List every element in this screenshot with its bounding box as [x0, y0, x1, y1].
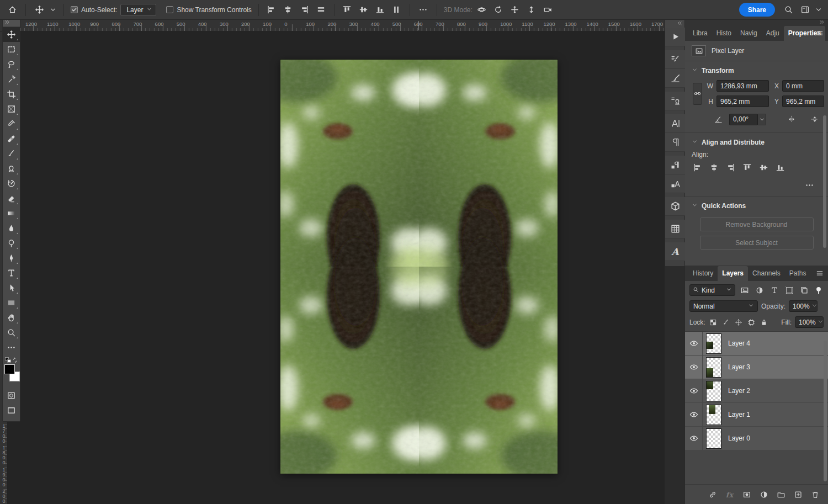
- opacity-dropdown[interactable]: 100%: [789, 300, 818, 312]
- blur-tool[interactable]: [3, 221, 20, 236]
- layer-filtering-toggle[interactable]: [813, 285, 824, 295]
- character-panel-button[interactable]: [665, 114, 685, 133]
- 3d-roll-icon[interactable]: [492, 3, 505, 17]
- actions-panel-button[interactable]: [665, 28, 685, 46]
- workspace-chevron-icon[interactable]: [815, 3, 822, 17]
- eraser-tool[interactable]: [3, 191, 20, 206]
- edit-toolbar[interactable]: [3, 340, 20, 355]
- align-middle-icon[interactable]: [758, 162, 769, 173]
- threed-panel-button[interactable]: [665, 197, 685, 216]
- blend-mode-dropdown[interactable]: Normal: [689, 300, 758, 312]
- brushes-panel-button[interactable]: [665, 69, 685, 88]
- hand-tool[interactable]: [3, 310, 20, 325]
- align-bottom-icon[interactable]: [774, 162, 785, 173]
- distribute-h-icon[interactable]: [315, 3, 327, 17]
- lock-artboard-icon[interactable]: [747, 317, 756, 327]
- adjustment-layer-icon[interactable]: [758, 490, 769, 500]
- layer-row[interactable]: Layer 2: [685, 379, 828, 403]
- layer-name[interactable]: Layer 2: [728, 387, 750, 395]
- angle-dropdown-chevron-icon[interactable]: [758, 114, 766, 125]
- rectangle-tool[interactable]: [3, 295, 20, 310]
- fx-icon[interactable]: fx: [724, 490, 735, 500]
- lock-position-icon[interactable]: [734, 317, 744, 327]
- align-left-icon[interactable]: [266, 3, 278, 17]
- pen-tool[interactable]: [3, 251, 20, 266]
- layers-scrollbar[interactable]: [824, 341, 827, 481]
- panel-menu-icon[interactable]: [816, 269, 824, 279]
- share-button[interactable]: Share: [739, 3, 775, 17]
- layer-thumbnail[interactable]: [706, 357, 721, 378]
- tool-preset-chevron-icon[interactable]: [49, 3, 57, 17]
- eyedropper-tool[interactable]: [3, 116, 20, 131]
- type-tool[interactable]: [3, 266, 20, 280]
- pattern-preview-panel-button[interactable]: [665, 220, 685, 238]
- document-canvas[interactable]: [280, 60, 558, 474]
- layer-visibility-eye-icon[interactable]: [685, 403, 703, 426]
- dock-collapse-control[interactable]: [665, 20, 684, 28]
- new-group-icon[interactable]: [776, 490, 786, 500]
- layer-thumbnail[interactable]: [706, 333, 721, 354]
- tab-navig[interactable]: Navig: [736, 26, 762, 41]
- layer-visibility-eye-icon[interactable]: [685, 332, 703, 355]
- paragraph-panel-button[interactable]: [665, 133, 685, 152]
- tab-libra[interactable]: Libra: [688, 26, 712, 41]
- search-icon[interactable]: [782, 3, 795, 17]
- healing-brush-tool[interactable]: [3, 131, 20, 146]
- lock-all-icon[interactable]: [760, 317, 769, 327]
- home-icon[interactable]: [6, 3, 19, 17]
- filter-shape-icon[interactable]: [784, 285, 794, 295]
- distribute-v-icon[interactable]: [391, 3, 403, 17]
- add-mask-icon[interactable]: [741, 490, 752, 500]
- layer-thumbnail[interactable]: [706, 428, 721, 449]
- align-center-h-icon[interactable]: [708, 162, 719, 173]
- align-right-icon[interactable]: [725, 162, 736, 173]
- clone-source-panel-button[interactable]: [665, 92, 685, 110]
- layer-name[interactable]: Layer 0: [728, 434, 750, 442]
- dodge-tool[interactable]: [3, 236, 20, 251]
- quick-actions-header[interactable]: Quick Actions: [685, 197, 828, 213]
- delete-layer-icon[interactable]: [810, 490, 820, 500]
- flip-horizontal-button[interactable]: [785, 113, 798, 126]
- layer-name[interactable]: Layer 3: [728, 363, 750, 371]
- layer-visibility-eye-icon[interactable]: [685, 379, 703, 402]
- auto-select-target-dropdown[interactable]: Layer: [120, 4, 156, 16]
- 3d-slide-icon[interactable]: [526, 3, 538, 17]
- properties-scrollbar[interactable]: [823, 115, 826, 248]
- align-center-h-icon[interactable]: [282, 3, 294, 17]
- align-top-icon[interactable]: [341, 3, 353, 17]
- more-align-icon[interactable]: [803, 178, 816, 192]
- panels-collapse-strip[interactable]: [685, 20, 828, 25]
- y-field[interactable]: 965,2 mm: [782, 96, 824, 107]
- lock-transparency-icon[interactable]: [709, 317, 718, 327]
- show-transform-checkbox[interactable]: [166, 6, 173, 13]
- layer-name[interactable]: Layer 4: [728, 339, 750, 347]
- brush-tool[interactable]: [3, 146, 20, 161]
- canvas-area[interactable]: [8, 31, 665, 504]
- gradient-tool[interactable]: [3, 206, 20, 221]
- align-right-icon[interactable]: [299, 3, 311, 17]
- frame-tool[interactable]: [3, 102, 20, 116]
- tab-adju[interactable]: Adju: [762, 26, 784, 41]
- link-layers-icon[interactable]: [707, 490, 718, 500]
- new-layer-icon[interactable]: [793, 490, 803, 500]
- align-left-icon[interactable]: [692, 162, 703, 173]
- height-field[interactable]: 965,2 mm: [716, 96, 769, 107]
- layer-row[interactable]: Layer 4: [685, 332, 828, 356]
- flip-vertical-button[interactable]: [808, 113, 821, 126]
- path-selection-tool[interactable]: [3, 280, 20, 295]
- align-bottom-icon[interactable]: [374, 3, 386, 17]
- tab-histo[interactable]: Histo: [712, 26, 736, 41]
- 3d-orbit-icon[interactable]: [476, 3, 488, 17]
- layer-name[interactable]: Layer 1: [728, 411, 750, 418]
- layer-row[interactable]: Layer 1: [685, 403, 828, 427]
- adobe-fonts-panel-button[interactable]: A: [665, 242, 685, 261]
- layer-thumbnail[interactable]: [706, 405, 721, 425]
- 3d-pan-icon[interactable]: [509, 3, 521, 17]
- crop-tool[interactable]: [3, 87, 20, 102]
- tab-paths[interactable]: Paths: [785, 266, 811, 281]
- brush-settings-panel-button[interactable]: [665, 50, 685, 69]
- layer-row[interactable]: Layer 0: [685, 427, 828, 450]
- align-top-icon[interactable]: [741, 162, 752, 173]
- filter-kind-dropdown[interactable]: Kind: [689, 284, 735, 296]
- tab-layers[interactable]: Layers: [718, 266, 748, 281]
